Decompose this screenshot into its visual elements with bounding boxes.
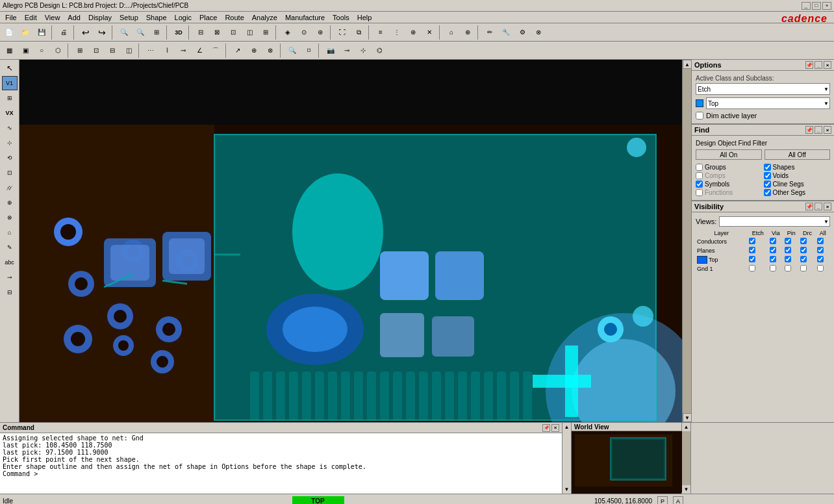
conductors-all-cb[interactable] (817, 238, 824, 244)
top-pin-cb[interactable] (785, 256, 791, 262)
menu-logic[interactable]: Logic (171, 13, 196, 22)
tb2-r20[interactable]: ⌬ (372, 44, 387, 58)
tb-r15[interactable]: ⌂ (444, 25, 459, 40)
menu-setup[interactable]: Setup (116, 13, 142, 22)
dim-layer-checkbox[interactable] (696, 112, 703, 120)
lt-r10[interactable]: ⊗ (2, 210, 18, 225)
cline-segs-cb[interactable] (764, 181, 771, 188)
tb-r11[interactable]: ≡ (373, 25, 388, 40)
find-close-btn[interactable]: × (824, 126, 831, 134)
tb2-r17[interactable]: 📷 (323, 44, 338, 58)
top-via-cb[interactable] (770, 256, 776, 262)
tb2-circle[interactable]: ○ (34, 44, 49, 58)
lt-r6[interactable]: ⟲ (2, 151, 18, 165)
menu-view[interactable]: View (41, 13, 64, 22)
other-segs-cb[interactable] (764, 189, 771, 196)
minimize-btn[interactable]: _ (802, 2, 811, 10)
tb2-r9[interactable]: ⊸ (175, 44, 191, 58)
lt-r1[interactable]: V1 (2, 76, 18, 90)
tb-r20[interactable]: ⊗ (531, 25, 546, 40)
subclass-dropdown[interactable]: Top Bottom Inner1 Inner2 (706, 97, 830, 109)
tb-new[interactable]: 📄 (1, 25, 17, 40)
conductors-etch-cb[interactable] (749, 238, 755, 244)
scroll-track[interactable] (683, 69, 691, 413)
tb-r5[interactable]: ⊞ (258, 25, 273, 40)
shapes-cb[interactable] (764, 164, 771, 171)
scroll-down-btn[interactable]: ▼ (683, 413, 691, 422)
planes-pin-cb[interactable] (785, 247, 791, 253)
tb2-r19[interactable]: ⊹ (355, 44, 371, 58)
tb-redo[interactable]: ↪ (94, 25, 110, 40)
tb-r7[interactable]: ⊙ (296, 25, 312, 40)
lt-r3[interactable]: VX (2, 106, 18, 120)
menu-shape[interactable]: Shape (142, 13, 171, 22)
tb-r4[interactable]: ◫ (242, 25, 257, 40)
lt-r5[interactable]: ⊹ (2, 136, 18, 150)
planes-etch-cb[interactable] (749, 247, 755, 253)
views-dropdown[interactable] (719, 216, 830, 227)
tb2-r12[interactable]: ↗ (230, 44, 246, 58)
tb-open[interactable]: 📁 (18, 25, 33, 40)
menu-manufacture[interactable]: Manufacture (281, 13, 329, 22)
tb-r1[interactable]: ⊟ (193, 25, 208, 40)
close-btn[interactable]: × (822, 2, 831, 10)
vis-min-btn[interactable]: _ (815, 203, 822, 210)
options-pin-btn[interactable]: 📌 (805, 61, 813, 69)
lt-r7[interactable]: ⊡ (2, 166, 18, 180)
maximize-btn[interactable]: □ (812, 2, 821, 10)
gnd1-all-cb[interactable] (817, 265, 824, 271)
tb2-r8[interactable]: ⌇ (159, 44, 175, 58)
scroll-up-btn[interactable]: ▲ (683, 60, 691, 69)
top-drc-cb[interactable] (800, 256, 807, 262)
gnd1-etch-cb[interactable] (749, 265, 755, 271)
vertical-scrollbar[interactable]: ▲ ▼ (682, 60, 691, 422)
tb-r18[interactable]: 🔧 (498, 25, 514, 40)
lt-select[interactable]: ↖ (2, 61, 18, 75)
tb2-r13[interactable]: ⊕ (246, 44, 262, 58)
world-scroll-down[interactable]: ▼ (682, 485, 690, 494)
tb2-r4[interactable]: ⊡ (88, 44, 104, 58)
tb-r12[interactable]: ⋮ (389, 25, 405, 40)
world-scroll-up[interactable]: ▲ (682, 423, 690, 431)
tb-r2[interactable]: ⊠ (209, 25, 225, 40)
menu-tools[interactable]: Tools (329, 13, 353, 22)
cmd-close-btn[interactable]: × (551, 424, 559, 432)
top-all-cb[interactable] (817, 256, 824, 262)
lt-r14[interactable]: ⊸ (2, 270, 18, 284)
functions-cb[interactable] (696, 189, 703, 196)
conductors-pin-cb[interactable] (785, 238, 791, 244)
options-close-btn[interactable]: × (824, 61, 831, 69)
gnd1-via-cb[interactable] (770, 265, 776, 271)
tb-r8[interactable]: ⊛ (312, 25, 328, 40)
menu-route[interactable]: Route (221, 13, 247, 22)
find-min-btn[interactable]: _ (815, 126, 822, 134)
top-etch-cb[interactable] (749, 256, 755, 262)
menu-help[interactable]: Help (353, 13, 376, 22)
lt-r13[interactable]: abc (2, 255, 18, 270)
conductors-drc-cb[interactable] (800, 238, 807, 244)
tb-undo[interactable]: ↩ (78, 25, 94, 40)
options-min-btn[interactable]: _ (815, 61, 822, 69)
symbols-cb[interactable] (696, 181, 703, 188)
lt-r8[interactable]: ⌭ (2, 181, 18, 195)
tb-zoom-in[interactable]: 🔍 (116, 25, 132, 40)
tb2-r14[interactable]: ⊗ (262, 44, 278, 58)
tb-r19[interactable]: ⚙ (514, 25, 530, 40)
tb-r16[interactable]: ⊕ (460, 25, 475, 40)
menu-analyze[interactable]: Analyze (248, 13, 281, 22)
tb2-r7[interactable]: ⋯ (143, 44, 158, 58)
tb2-r16[interactable]: ⌑ (301, 44, 316, 58)
menu-add[interactable]: Add (64, 13, 84, 22)
tb-zoom-out[interactable]: 🔍 (133, 25, 148, 40)
tb-r13[interactable]: ⊕ (405, 25, 421, 40)
tb-r3[interactable]: ⊡ (225, 25, 241, 40)
all-off-btn[interactable]: All Off (764, 149, 831, 160)
tb-r14[interactable]: ✕ (422, 25, 437, 40)
cmd-scroll-down[interactable]: ▼ (563, 485, 571, 494)
tb2-r11[interactable]: ⌒ (208, 44, 223, 58)
menu-edit[interactable]: Edit (21, 13, 41, 22)
gnd1-pin-cb[interactable] (785, 265, 791, 271)
cmd-pin-btn[interactable]: 📌 (542, 424, 550, 432)
tb2-r3[interactable]: ⊞ (72, 44, 88, 58)
vis-pin-btn[interactable]: 📌 (805, 203, 813, 210)
